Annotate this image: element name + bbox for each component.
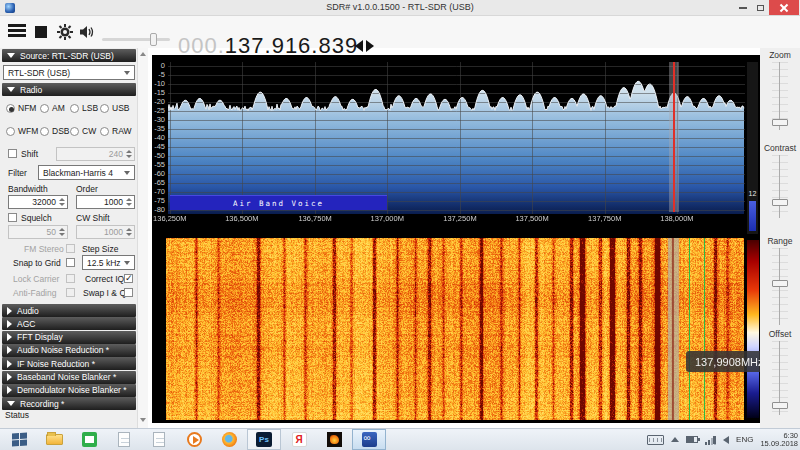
- taskbar-button-media-player[interactable]: [177, 429, 211, 450]
- clock[interactable]: 6:30 15.09.2018: [760, 432, 798, 448]
- menu-button[interactable]: [8, 24, 26, 40]
- collapse-icon: [7, 87, 15, 92]
- spectrum-plot[interactable]: [168, 62, 745, 214]
- taskbar-button-explorer[interactable]: [37, 429, 71, 450]
- taskbar-button-photoshop[interactable]: Ps: [247, 429, 281, 450]
- freq-tick-label: 137,250M: [443, 214, 476, 223]
- contrast-slider[interactable]: [772, 155, 788, 218]
- db-tick-label: -55: [152, 161, 165, 169]
- tune-up-icon[interactable]: [366, 40, 374, 52]
- freq-tick-label: 136,250M: [153, 214, 186, 223]
- filter-dropdown[interactable]: Blackman-Harris 4: [38, 165, 135, 180]
- tune-down-icon[interactable]: [355, 40, 363, 52]
- bandwidth-spinner[interactable]: 32000: [8, 195, 68, 209]
- display-controls: ZoomContrastRangeOffset: [760, 48, 800, 428]
- chevron-down-icon: [124, 71, 130, 75]
- db-tick-label: -40: [152, 134, 165, 142]
- mode-am[interactable]: AM: [40, 103, 70, 113]
- battery-icon[interactable]: [686, 436, 698, 443]
- swap-iq-checkbox[interactable]: [124, 288, 133, 297]
- volume-slider[interactable]: [102, 38, 170, 41]
- db-tick-label: -80: [152, 206, 165, 214]
- order-spinner[interactable]: 1000: [76, 195, 135, 209]
- squelch-spinner[interactable]: 50: [8, 225, 68, 239]
- recording-panel-header[interactable]: Recording *: [2, 397, 136, 410]
- sidebar-scrollbar[interactable]: [137, 48, 148, 428]
- taskbar-button-app-green[interactable]: [72, 429, 106, 450]
- offset-slider-thumb[interactable]: [772, 402, 788, 409]
- mode-nfm[interactable]: NFM: [6, 103, 40, 113]
- band-plan-bar[interactable]: Air Band Voice: [170, 195, 387, 210]
- minimize-button[interactable]: [735, 0, 751, 15]
- mode-wfm[interactable]: WFM: [6, 126, 40, 136]
- snap-to-grid-label: Snap to Grid: [13, 258, 61, 268]
- spinner-arrows-icon[interactable]: [126, 150, 132, 158]
- correct-iq-checkbox[interactable]: [124, 274, 133, 283]
- step-size-label: Step Size: [82, 244, 118, 254]
- panel-header-fft-display[interactable]: FFT Display: [2, 331, 136, 344]
- close-button[interactable]: [769, 0, 799, 15]
- panel-header-demodulator-noise-blanker[interactable]: Demodulator Noise Blanker *: [2, 384, 136, 397]
- taskbar-button-sdr-waterfall-app[interactable]: [317, 429, 351, 450]
- green-app-icon: [82, 432, 97, 447]
- scroll-down-icon[interactable]: [140, 418, 146, 422]
- range-slider-label: Range: [760, 236, 800, 246]
- anti-fading-checkbox[interactable]: [66, 288, 75, 297]
- radio-icon: [70, 127, 79, 136]
- mode-cw[interactable]: CW: [70, 126, 100, 136]
- fm-stereo-checkbox[interactable]: [66, 244, 75, 253]
- panel-header-baseband-noise-blanker[interactable]: Baseband Noise Blanker *: [2, 371, 136, 384]
- panel-header-audio[interactable]: Audio: [2, 304, 136, 317]
- spectrum-display-panel[interactable]: 0-5-10-15-20-25-30-35-40-45-50-55-60-65-…: [152, 55, 760, 423]
- offset-slider[interactable]: [772, 341, 788, 415]
- taskbar-button-firefox[interactable]: [212, 429, 246, 450]
- source-panel-header[interactable]: Source: RTL-SDR (USB): [2, 49, 136, 62]
- squelch-label: Squelch: [21, 213, 52, 223]
- zoom-slider[interactable]: [772, 62, 788, 130]
- range-slider-thumb[interactable]: [772, 280, 788, 287]
- taskbar-button-yandex-browser[interactable]: Я: [282, 429, 316, 450]
- taskbar-button-notepad-2[interactable]: [142, 429, 176, 450]
- volume-slider-thumb[interactable]: [150, 33, 157, 46]
- taskbar-button-sdrsharp[interactable]: [352, 429, 386, 450]
- restore-button[interactable]: [752, 0, 768, 15]
- radio-panel-header[interactable]: Radio: [2, 83, 136, 96]
- folder-icon: [46, 434, 63, 445]
- range-slider[interactable]: [772, 248, 788, 325]
- waterfall[interactable]: [166, 238, 744, 420]
- mode-lsb[interactable]: LSB: [70, 103, 100, 113]
- panel-header-if-noise-reduction[interactable]: IF Noise Reduction *: [2, 357, 136, 370]
- db-tick-label: -45: [152, 143, 165, 151]
- language-indicator[interactable]: ENG: [736, 435, 753, 444]
- mode-raw[interactable]: RAW: [100, 126, 132, 136]
- volume-tray-icon[interactable]: [723, 436, 729, 444]
- panel-header-audio-noise-reduction[interactable]: Audio Noise Reduction *: [2, 344, 136, 357]
- snr-value: 12: [747, 190, 758, 197]
- hidden-icons-arrow[interactable]: [671, 437, 679, 442]
- mode-dsb[interactable]: DSB: [40, 126, 70, 136]
- source-device-dropdown[interactable]: RTL-SDR (USB): [3, 65, 135, 80]
- zoom-slider-thumb[interactable]: [772, 119, 788, 126]
- settings-button[interactable]: [57, 24, 73, 44]
- shift-spinner[interactable]: 240: [56, 147, 135, 161]
- step-size-dropdown[interactable]: 12.5 kHz: [82, 255, 135, 270]
- stop-button[interactable]: [35, 26, 47, 38]
- cw-shift-spinner[interactable]: 1000: [76, 225, 135, 239]
- panel-header-agc[interactable]: AGC: [2, 317, 136, 330]
- shift-checkbox[interactable]: [8, 149, 17, 158]
- lock-carrier-checkbox[interactable]: [66, 274, 75, 283]
- scroll-up-icon[interactable]: [140, 52, 146, 56]
- snap-to-grid-checkbox[interactable]: [66, 258, 75, 267]
- contrast-slider-label: Contrast: [760, 143, 800, 153]
- mute-button[interactable]: [80, 25, 96, 43]
- taskbar-button-start[interactable]: [2, 429, 36, 450]
- tuning-line[interactable]: [673, 62, 675, 212]
- freq-tick-label: 136,500M: [225, 214, 258, 223]
- keyboard-icon[interactable]: [647, 435, 664, 445]
- swap-iq-label: Swap I & Q: [83, 288, 126, 298]
- contrast-slider-thumb[interactable]: [772, 199, 788, 206]
- db-axis: 0-5-10-15-20-25-30-35-40-45-50-55-60-65-…: [152, 55, 167, 215]
- taskbar-button-notepad-1[interactable]: [107, 429, 141, 450]
- squelch-checkbox[interactable]: [8, 213, 17, 222]
- mode-usb[interactable]: USB: [100, 103, 132, 113]
